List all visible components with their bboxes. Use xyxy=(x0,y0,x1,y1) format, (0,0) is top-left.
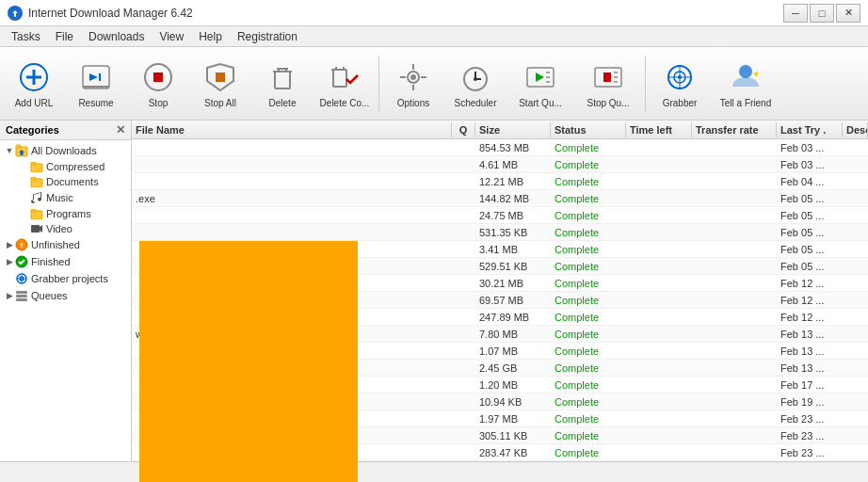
cell-q xyxy=(452,367,475,369)
delete-completed-button[interactable]: Delete Co... xyxy=(314,52,375,116)
delete-label: Delete xyxy=(269,98,297,108)
toolbar-separator-2 xyxy=(645,56,646,112)
cell-transferrate xyxy=(692,435,777,437)
stop-queue-label: Stop Qu... xyxy=(587,98,629,108)
col-header-lasttry[interactable]: Last Try . xyxy=(777,122,843,137)
cell-transferrate xyxy=(692,147,777,149)
cell-timeleft xyxy=(626,384,692,386)
tree-toggle-finished[interactable]: ▶ xyxy=(4,256,15,267)
cell-lasttry: Feb 17 ... xyxy=(777,378,843,392)
cell-status: Complete xyxy=(551,277,626,290)
toolbar: Add URL Resume Stop xyxy=(0,47,868,120)
scheduler-button[interactable]: Scheduler xyxy=(445,52,506,116)
sidebar-item-grabber-projects[interactable]: Grabber projects xyxy=(0,270,131,287)
maximize-button[interactable]: □ xyxy=(810,4,834,23)
menu-view[interactable]: View xyxy=(152,28,191,45)
close-button[interactable]: ✕ xyxy=(836,4,860,23)
start-queue-button[interactable]: Start Qu... xyxy=(507,52,573,116)
sidebar-item-finished[interactable]: ▶ Finished xyxy=(0,253,131,270)
cell-size: 12.21 MB xyxy=(475,175,551,188)
stop-all-button[interactable]: Stop All xyxy=(190,52,250,116)
add-url-button[interactable]: Add URL xyxy=(4,52,64,116)
svg-rect-9 xyxy=(216,72,225,82)
stop-button[interactable]: Stop xyxy=(128,52,188,116)
cell-desc xyxy=(843,435,868,437)
cell-q xyxy=(452,282,475,284)
col-header-q[interactable]: Q xyxy=(452,122,475,137)
sidebar-item-programs[interactable]: Programs xyxy=(0,206,131,221)
cell-size: 854.53 MB xyxy=(475,141,551,154)
options-button[interactable]: Options xyxy=(383,52,443,116)
cell-timeleft xyxy=(626,181,692,183)
cell-size: 2.45 GB xyxy=(475,362,551,375)
sidebar-item-queues[interactable]: ▶ Queues xyxy=(0,287,131,304)
sidebar-item-music[interactable]: Music xyxy=(0,189,131,206)
cell-q xyxy=(452,215,475,217)
tell-friend-label: Tell a Friend xyxy=(720,98,771,108)
menu-file[interactable]: File xyxy=(48,28,81,45)
cell-transferrate xyxy=(692,215,777,217)
stop-queue-button[interactable]: Stop Qu... xyxy=(575,52,641,116)
cell-timeleft xyxy=(626,164,692,166)
sidebar-item-video[interactable]: Video xyxy=(0,221,131,236)
grabber-button[interactable]: Grabber xyxy=(650,52,710,116)
cell-filename: .exe xyxy=(132,192,452,205)
menu-downloads[interactable]: Downloads xyxy=(81,28,152,45)
tree-toggle-compressed xyxy=(19,161,30,172)
music-label: Music xyxy=(46,192,73,203)
cell-lasttry: Feb 05 ... xyxy=(777,192,843,205)
all-downloads-icon xyxy=(15,144,28,157)
cell-q xyxy=(452,265,475,267)
cell-lasttry: Feb 13 ... xyxy=(777,362,843,375)
cell-desc xyxy=(843,384,868,386)
table-row[interactable]: 24.75 MB Complete Feb 05 ... xyxy=(132,207,868,224)
tree-expand-all-downloads[interactable]: ▼ xyxy=(4,145,15,156)
table-row[interactable]: 531.35 KB Complete Feb 05 ... xyxy=(132,224,868,241)
col-header-transferrate[interactable]: Transfer rate xyxy=(692,122,777,137)
sidebar-item-compressed[interactable]: Compressed xyxy=(0,159,131,174)
table-row[interactable]: 4.61 MB Complete Feb 03 ... xyxy=(132,156,868,173)
menu-help[interactable]: Help xyxy=(191,28,230,45)
cell-status: Complete xyxy=(551,412,626,426)
svg-rect-15 xyxy=(333,70,346,87)
table-row[interactable]: 854.53 MB Complete Feb 03 ... xyxy=(132,139,868,156)
cell-status: Complete xyxy=(551,446,626,459)
app-title: Internet Download Manager 6.42 xyxy=(28,7,193,20)
svg-rect-52 xyxy=(31,225,40,233)
col-header-filename[interactable]: File Name xyxy=(132,122,452,137)
table-row[interactable]: 12.21 MB Complete Feb 04 ... xyxy=(132,173,868,190)
categories-close-button[interactable]: ✕ xyxy=(116,123,125,137)
cell-q xyxy=(452,333,475,335)
minimize-button[interactable]: ─ xyxy=(783,4,808,23)
cell-q xyxy=(452,198,475,200)
cell-desc xyxy=(843,181,868,183)
sidebar-item-unfinished[interactable]: ▶ Unfinished xyxy=(0,236,131,253)
cell-q xyxy=(452,147,475,149)
delete-button[interactable]: Delete xyxy=(252,52,313,116)
cell-desc xyxy=(843,299,868,301)
sidebar-item-all-downloads[interactable]: ▼ All Downloads xyxy=(0,142,131,159)
cell-status: Complete xyxy=(551,260,626,273)
menu-registration[interactable]: Registration xyxy=(230,28,305,45)
programs-folder-icon xyxy=(30,209,43,219)
tree-toggle-unfinished[interactable]: ▶ xyxy=(4,239,15,250)
menu-tasks[interactable]: Tasks xyxy=(4,28,48,45)
all-downloads-label: All Downloads xyxy=(31,145,97,156)
cell-status: Complete xyxy=(551,175,626,188)
categories-title: Categories xyxy=(6,124,59,136)
col-header-timeleft[interactable]: Time left xyxy=(626,122,692,137)
categories-panel: Categories ✕ ▼ All Downloads xyxy=(0,120,132,461)
delete-completed-label: Delete Co... xyxy=(320,98,370,108)
cell-size: 30.21 MB xyxy=(475,277,551,290)
cell-transferrate xyxy=(692,164,777,166)
cell-status: Complete xyxy=(551,311,626,324)
tell-friend-button[interactable]: Tell a Friend xyxy=(712,52,780,116)
tree-toggle-queues[interactable]: ▶ xyxy=(4,290,15,301)
sidebar-item-documents[interactable]: Documents xyxy=(0,174,131,189)
compressed-folder-icon xyxy=(30,162,43,172)
resume-button[interactable]: Resume xyxy=(66,52,126,116)
col-header-size[interactable]: Size xyxy=(475,122,551,137)
col-header-status[interactable]: Status xyxy=(551,122,626,137)
table-row[interactable]: .exe 144.82 MB Complete Feb 05 ... xyxy=(132,190,868,207)
col-header-desc[interactable]: Descrip xyxy=(843,122,868,137)
